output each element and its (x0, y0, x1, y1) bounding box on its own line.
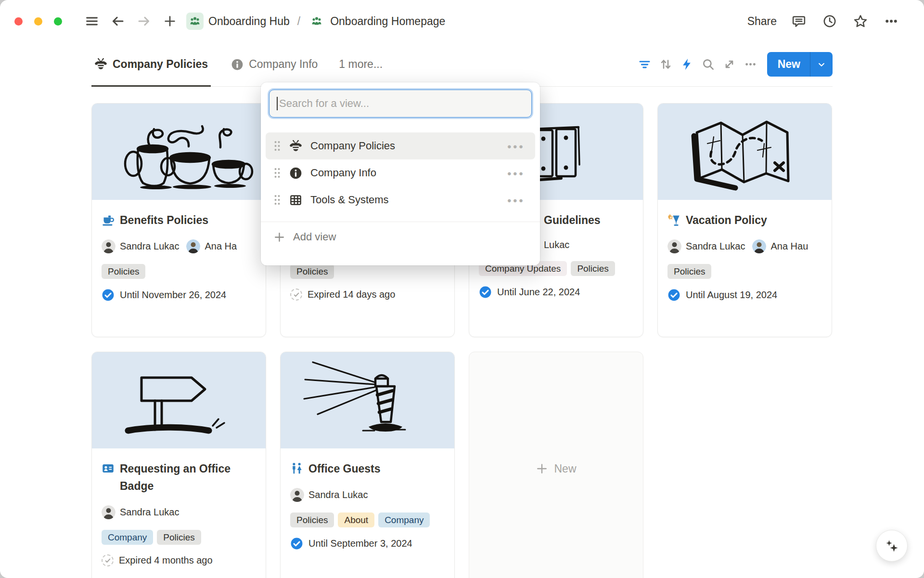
table-icon (289, 194, 302, 207)
card-status: Expired 14 days ago (290, 289, 445, 301)
notion-ai-button[interactable] (876, 530, 908, 562)
view-item-company-info[interactable]: Company Info ●●● (266, 159, 535, 186)
tab-company-info[interactable]: Company Info (228, 42, 321, 86)
view-item-options-button[interactable]: ●●● (507, 142, 525, 150)
card-title: Vacation Policy (686, 211, 767, 229)
tag: Policies (290, 512, 334, 527)
card-office-guests[interactable]: Office Guests Sandra Lukac Policies Abou… (280, 352, 455, 578)
plus-icon (163, 14, 177, 28)
expired-circle-icon (290, 289, 302, 301)
info-icon (289, 167, 302, 180)
tag: Policies (290, 264, 334, 279)
new-card-button[interactable]: New (469, 352, 643, 578)
card-tags: Company Policies (102, 530, 256, 545)
view-item-company-policies[interactable]: Company Policies ●●● (266, 132, 535, 159)
window-controls (14, 17, 62, 26)
search-icon (702, 58, 715, 71)
view-search-input[interactable] (269, 90, 532, 118)
new-page-button[interactable]: New (767, 52, 810, 77)
tag: Policies (157, 530, 201, 545)
card-title: Benefits Policies (120, 211, 208, 229)
view-options-button[interactable] (740, 54, 761, 75)
page-history-button[interactable] (820, 12, 839, 31)
chevron-down-icon (817, 60, 826, 69)
signpost-sketch (92, 352, 266, 448)
sidebar-menu-button[interactable] (82, 12, 102, 31)
card-requesting-office-badge[interactable]: Requesting an Office Badge Sandra Lukac … (91, 352, 266, 578)
minimize-window-button[interactable] (34, 17, 42, 26)
card-status: Until September 3, 2024 (290, 537, 445, 550)
add-view-label: Add view (293, 231, 336, 243)
add-view-button[interactable]: Add view (261, 223, 540, 251)
navigate-forward-button[interactable] (134, 12, 154, 31)
share-button[interactable]: Share (747, 15, 777, 28)
card-status: Expired 4 months ago (102, 554, 256, 566)
tag: Company (102, 530, 153, 545)
coffee-mugs-sketch (92, 104, 266, 200)
drag-handle-icon[interactable] (273, 194, 281, 206)
card-status: Until August 19, 2024 (667, 289, 822, 302)
more-views-link[interactable]: 1 more... (339, 58, 383, 71)
breadcrumb-separator: / (297, 15, 300, 28)
view-item-tools-systems[interactable]: Tools & Systems ●●● (266, 186, 535, 213)
notion-window: Onboarding Hub / Onboarding Homepage Sha… (0, 0, 924, 578)
card-title-row: Benefits Policies (102, 211, 256, 229)
avatar (290, 488, 304, 502)
comment-icon (792, 14, 806, 28)
breadcrumb-hub-link[interactable]: Onboarding Hub (208, 15, 290, 28)
expand-view-button[interactable] (719, 54, 740, 75)
verified-badge-icon (290, 537, 303, 550)
tag: About (338, 512, 374, 527)
drag-handle-icon[interactable] (273, 167, 281, 179)
sort-arrows-icon (659, 58, 672, 71)
view-item-options-button[interactable]: ●●● (507, 169, 525, 177)
zoom-window-button[interactable] (54, 17, 62, 26)
sparkles-icon (883, 537, 900, 554)
card-vacation-policy[interactable]: Vacation Policy Sandra Lukac Ana Hau Pol… (657, 103, 832, 337)
close-window-button[interactable] (14, 17, 23, 26)
automations-button[interactable] (677, 54, 698, 75)
navigate-back-button[interactable] (108, 12, 128, 31)
sort-button[interactable] (655, 54, 677, 75)
back-arrow-icon (111, 14, 125, 28)
card-tags: Policies About Company (290, 512, 445, 527)
status-label: Until June 22, 2024 (497, 287, 580, 298)
card-tags: Policies (102, 264, 256, 279)
owner-name: Ana Hau (770, 241, 808, 252)
tab-label: Company Info (249, 58, 318, 71)
view-item-options-button[interactable]: ●●● (507, 196, 525, 204)
owner-name: Sandra Lukac (308, 489, 368, 500)
tag: Company (378, 512, 430, 527)
card-tags: Policies (290, 264, 445, 279)
comments-button[interactable] (789, 12, 808, 31)
status-label: Expired 14 days ago (308, 289, 395, 300)
card-benefits-policies[interactable]: Benefits Policies Sandra Lukac Ana Ha Po… (91, 103, 266, 337)
folded-map-sketch (658, 104, 832, 200)
new-card-label: New (554, 462, 576, 475)
new-page-dropdown-button[interactable] (810, 52, 833, 77)
new-tab-button[interactable] (160, 12, 180, 31)
tropical-drink-icon (667, 213, 680, 226)
bee-icon (94, 58, 107, 71)
view-item-label: Company Info (310, 167, 507, 179)
verified-badge-icon (479, 286, 492, 299)
filter-button[interactable] (634, 54, 655, 75)
owner-name: Lukac (544, 239, 569, 250)
card-title-row: Vacation Policy (667, 211, 822, 229)
tag: Policies (102, 264, 145, 279)
drag-handle-icon[interactable] (273, 140, 281, 152)
view-switcher-dropdown: Company Policies ●●● (261, 82, 540, 265)
hamburger-icon (85, 14, 99, 28)
owner-name: Sandra Lukac (120, 507, 179, 518)
breadcrumb-page-link[interactable]: Onboarding Homepage (330, 15, 445, 28)
card-status: Until November 26, 2024 (102, 289, 256, 302)
bee-icon (289, 140, 302, 153)
view-tab-bar: Company Policies Company Info 1 more... (91, 42, 833, 87)
view-item-label: Company Policies (310, 140, 507, 152)
card-title: Office Guests (308, 460, 381, 477)
favorite-button[interactable] (851, 12, 870, 31)
search-button[interactable] (698, 54, 719, 75)
page-options-button[interactable] (882, 12, 901, 31)
window-top-bar: Onboarding Hub / Onboarding Homepage Sha… (0, 0, 924, 42)
tab-company-policies[interactable]: Company Policies (91, 43, 211, 87)
